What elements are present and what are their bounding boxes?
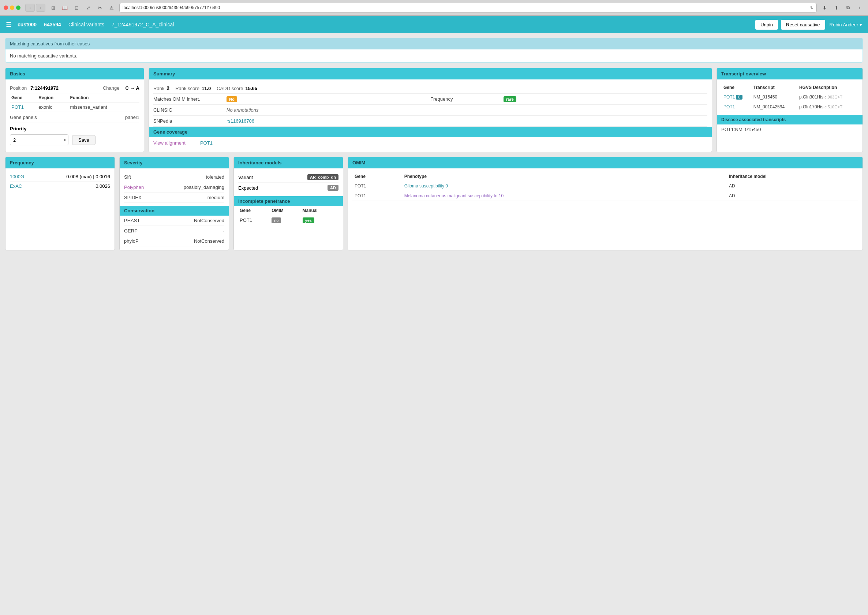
rank-label: Rank (153, 86, 164, 91)
omim-table-header: Gene Phenotype Inheritance model (352, 172, 858, 181)
conservation-subheader: Conservation (120, 206, 229, 215)
menu-icon[interactable]: + (855, 4, 864, 12)
gene-panels-value: panel1 (125, 115, 139, 120)
position-row: Position 7:124491972 Change C → A (10, 83, 139, 93)
priority-select[interactable]: 2 (10, 134, 69, 145)
transcript-overview-body: Gene Transcript HGVS Description POT1C N… (717, 80, 862, 138)
omim-no-badge: no (271, 217, 281, 223)
view-alignment-link[interactable]: View alignment (153, 140, 185, 146)
tab-icon[interactable]: ⊡ (72, 4, 81, 12)
forward-button[interactable]: › (36, 4, 45, 12)
omim-inhert-value: No (226, 96, 430, 102)
pin-icon[interactable]: ✂ (95, 4, 104, 12)
header-cust-link[interactable]: cust000 (17, 22, 37, 27)
expand-icon[interactable]: ⤢ (83, 4, 93, 12)
severity-label: Polyphen (124, 184, 144, 190)
transcript-gene-link[interactable]: POT1 (723, 94, 735, 100)
omim-card: OMIM Gene Phenotype Inheritance model PO… (348, 157, 863, 250)
back-button[interactable]: ‹ (25, 4, 35, 12)
traffic-lights (4, 5, 20, 10)
frequency-source-link[interactable]: ExAC (10, 183, 22, 189)
severity-value: tolerated (206, 174, 224, 180)
priority-select-wrapper: 2 (10, 134, 69, 145)
browser-right-icons: ⬇ ⬆ ⧉ + (820, 4, 864, 12)
omim-phenotype-link[interactable]: Glioma susceptibility 9 (404, 183, 448, 189)
frequency-rare-badge: rare (503, 96, 516, 102)
inheritance-card: Inheritance models VariantAR_comp_dnExpe… (234, 157, 343, 250)
user-menu[interactable]: Robin Andeer ▾ (829, 22, 862, 27)
change-value: C → A (125, 85, 139, 91)
incomplete-penetrance-row: POT1noyes (238, 215, 338, 225)
new-tab-icon[interactable]: ⧉ (843, 4, 852, 12)
unpin-button[interactable]: Unpin (755, 20, 778, 30)
omim-table: Gene Phenotype Inheritance model POT1Gli… (352, 172, 858, 201)
conservation-row: GERP- (124, 226, 224, 236)
incomplete-penetrance-table: Gene OMIM Manual POT1noyes (238, 206, 338, 225)
transcript-hgvs-cell: p.Gln301His c.903G>T (797, 92, 858, 102)
transcript-table-row: POT1 NM_001042594 p.Gln170His c.510G>T (721, 102, 858, 112)
main-content: Matching causatives from other cases No … (0, 33, 868, 259)
omim-inheritance-cell: AD (727, 181, 858, 191)
reset-causative-button[interactable]: Reset causative (781, 20, 825, 30)
omim-phenotype-link[interactable]: Melanoma cutaneous malignant susceptibil… (404, 193, 504, 198)
minimize-button[interactable] (10, 5, 14, 10)
address-bar[interactable]: localhost:5000/cust000/643594/b99575771f… (119, 3, 817, 12)
omim-gene-cell: POT1 (352, 191, 402, 201)
save-priority-button[interactable]: Save (72, 135, 95, 145)
gene-coverage-gene-link[interactable]: POT1 (200, 140, 213, 146)
conservation-value: NotConserved (194, 218, 224, 223)
gene-name-link[interactable]: POT1 (11, 105, 24, 110)
frequency-header: Frequency (6, 157, 115, 169)
incomplete-gene-cell: POT1 (238, 215, 270, 225)
rank-score-value: 11.0 (202, 86, 211, 91)
omim-phenotype-cell: Melanoma cutaneous malignant susceptibil… (402, 191, 727, 201)
transcript-id-cell: NM_015450 (751, 92, 797, 102)
variant-label: Variant (238, 175, 253, 180)
transcript-gene-col: Gene (721, 83, 751, 92)
region-col-header: Region (37, 93, 69, 103)
matching-causatives-header: Matching causatives from other cases (6, 38, 862, 49)
severity-label: Sift (124, 174, 131, 180)
snpedia-row: SNPedia rs116916706 (153, 116, 707, 126)
frequency-card: Frequency 1000G0.008 (max) | 0.0016ExAC0… (5, 157, 115, 250)
cadd-value: 15.65 (245, 86, 257, 91)
nav-buttons: ‹ › (25, 4, 45, 12)
conservation-row: phyloPNotConserved (124, 236, 224, 247)
conservation-label: PHAST (124, 218, 140, 223)
conservation-label: GERP (124, 228, 137, 234)
header-case-link[interactable]: 643594 (44, 22, 61, 27)
cadd-item: CADD score 15.65 (217, 86, 257, 91)
omim-no-badge: No (226, 96, 237, 102)
incomplete-manual-cell: yes (301, 215, 338, 225)
gene-table-row: POT1 exonic missense_variant (10, 103, 139, 112)
snpedia-value: rs116916706 (226, 118, 707, 124)
transcript-hgvs-cell: p.Gln170His c.510G>T (797, 102, 858, 112)
refresh-icon[interactable]: ↻ (810, 5, 813, 10)
header-clinical-variants[interactable]: Clinical variants (69, 22, 104, 27)
incomplete-manual-col: Manual (301, 206, 338, 215)
rank-value: 2 (167, 85, 170, 91)
snpedia-link[interactable]: rs116916706 (226, 118, 254, 124)
download-icon[interactable]: ⬇ (820, 4, 829, 12)
omim-phenotype-col: Phenotype (402, 172, 727, 181)
maximize-button[interactable] (16, 5, 20, 10)
incomplete-omim-cell: no (270, 215, 301, 225)
share-icon[interactable]: ⬆ (831, 4, 841, 12)
severity-label: SPIDEX (124, 195, 142, 200)
close-button[interactable] (4, 5, 8, 10)
variant-badge: AR_comp_dn (307, 174, 338, 180)
frequency-source-link[interactable]: 1000G (10, 174, 24, 180)
incomplete-table-header: Gene OMIM Manual (238, 206, 338, 215)
hamburger-menu-icon[interactable]: ☰ (6, 20, 12, 28)
priority-row: 2 Save (10, 134, 139, 145)
severity-header: Severity (120, 157, 229, 169)
inheritance-header: Inheritance models (234, 157, 343, 169)
sidebar-toggle-icon[interactable]: ⊞ (48, 4, 58, 12)
rank-score-label: Rank score (175, 86, 199, 91)
basics-header: Basics (6, 68, 144, 80)
transcript-gene-link[interactable]: POT1 (723, 105, 735, 109)
priority-section: Priority 2 Save (10, 123, 139, 148)
gene-table: Gene Region Function POT1 exonic missens… (10, 93, 139, 112)
reader-icon[interactable]: 📖 (60, 4, 70, 12)
transcript-gene-cell: POT1C (721, 92, 751, 102)
